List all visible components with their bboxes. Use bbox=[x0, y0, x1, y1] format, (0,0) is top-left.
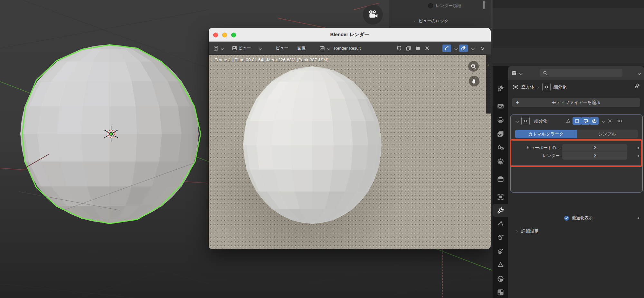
filter-chevron-icon[interactable] bbox=[637, 71, 640, 75]
fake-user-button[interactable] bbox=[396, 45, 402, 51]
show-in-render-toggle[interactable] bbox=[590, 117, 599, 125]
optimal-display-label: 最適化表示 bbox=[572, 215, 593, 221]
chevron-left-icon bbox=[486, 63, 490, 67]
viewport-levels-value[interactable]: 2 bbox=[562, 144, 627, 152]
chevron-down-icon bbox=[258, 46, 261, 50]
render-window-titlebar[interactable]: Blender レンダー bbox=[209, 28, 491, 42]
render-window[interactable]: Blender レンダー ビュー ビュー 画像 Render Result bbox=[209, 28, 491, 249]
menu-view[interactable]: ビュー bbox=[276, 45, 289, 51]
constraints-icon bbox=[497, 247, 504, 255]
scene-icon bbox=[497, 144, 504, 151]
pin-icon[interactable] bbox=[634, 83, 640, 89]
chevron-down-icon bbox=[453, 46, 457, 50]
camera-view-gizmo[interactable] bbox=[363, 5, 383, 25]
modifier-name-field[interactable]: 細分化 bbox=[534, 118, 564, 124]
chevron-right-icon bbox=[515, 230, 519, 233]
world-icon bbox=[497, 158, 504, 165]
tab-texture-properties[interactable] bbox=[493, 286, 508, 298]
datablock-name: Render Result bbox=[334, 46, 361, 51]
breadcrumb-separator: › bbox=[537, 85, 539, 90]
folder-icon bbox=[415, 45, 421, 51]
properties-tab-strip bbox=[493, 66, 508, 298]
search-input[interactable] bbox=[540, 69, 622, 77]
breadcrumb-modifier[interactable]: 細分化 bbox=[554, 84, 567, 90]
tab-object-data-properties[interactable] bbox=[493, 258, 508, 271]
editor-type-button[interactable] bbox=[213, 45, 223, 51]
tab-constraints-properties[interactable] bbox=[493, 244, 508, 257]
chevron-down-icon[interactable] bbox=[518, 71, 522, 75]
decorator-dot[interactable] bbox=[638, 155, 639, 157]
unlink-image-button[interactable] bbox=[424, 45, 430, 51]
image-datablock-selector[interactable] bbox=[319, 45, 329, 51]
tab-render-properties[interactable] bbox=[493, 100, 508, 113]
close-window-button[interactable] bbox=[213, 33, 218, 37]
overlays-toggle[interactable] bbox=[459, 45, 468, 52]
render-levels-value[interactable]: 2 bbox=[562, 152, 627, 160]
optimal-display-checkbox[interactable] bbox=[564, 216, 569, 221]
collapsed-sidebar-strip[interactable] bbox=[486, 55, 491, 114]
decorator-dot[interactable] bbox=[638, 217, 639, 219]
tab-object-properties[interactable] bbox=[493, 190, 508, 203]
properties-header bbox=[508, 66, 644, 80]
drag-handle[interactable] bbox=[617, 119, 622, 123]
tab-tool-properties[interactable] bbox=[493, 82, 508, 95]
sidebar-scrollbar[interactable] bbox=[483, 1, 485, 9]
tab-world-properties[interactable] bbox=[493, 155, 508, 168]
modifier-extras-chevron-icon[interactable] bbox=[601, 119, 605, 123]
open-image-button[interactable] bbox=[415, 45, 421, 51]
monitor-icon bbox=[583, 118, 588, 124]
tool-icon bbox=[497, 85, 504, 92]
gizmo-icon bbox=[444, 45, 450, 51]
advanced-section[interactable]: 詳細設定 bbox=[515, 228, 539, 234]
expand-chevron-icon[interactable] bbox=[515, 119, 518, 123]
object-icon bbox=[497, 193, 504, 201]
output-icon bbox=[497, 116, 504, 124]
tab-physics-properties[interactable] bbox=[493, 231, 508, 244]
menu-image[interactable]: 画像 bbox=[298, 45, 306, 51]
render-levels-label: レンダー bbox=[511, 153, 560, 159]
gizmos-toggle[interactable] bbox=[442, 45, 451, 52]
breadcrumb-object[interactable]: 立方体 bbox=[521, 84, 535, 90]
tab-catmull-clark[interactable]: カトマルクラーク bbox=[515, 130, 577, 138]
tab-collection-properties[interactable] bbox=[493, 173, 508, 185]
collection-icon bbox=[497, 175, 504, 183]
tab-material-properties[interactable] bbox=[493, 272, 508, 285]
tab-output-properties[interactable] bbox=[493, 114, 508, 126]
minimize-window-button[interactable] bbox=[222, 33, 227, 37]
new-image-button[interactable] bbox=[406, 45, 411, 51]
chevron-down-icon bbox=[412, 19, 416, 23]
decorator-dot[interactable] bbox=[638, 147, 639, 149]
object-data-icon bbox=[497, 261, 504, 268]
properties-editor-icon[interactable] bbox=[511, 70, 517, 76]
camera-icon bbox=[592, 118, 597, 124]
show-on-cage-toggle[interactable] bbox=[564, 117, 573, 125]
tab-scene-properties[interactable] bbox=[493, 141, 508, 154]
truncated-label: S bbox=[481, 46, 484, 51]
tab-view-layer-properties[interactable] bbox=[493, 127, 508, 140]
render-region-checkbox[interactable] bbox=[428, 3, 433, 8]
search-icon bbox=[543, 70, 548, 76]
viewport-sidebar-panel: レンダー領域 ビューのロック bbox=[389, 0, 491, 28]
subdivision-type-tabs: カトマルクラーク シンプル bbox=[515, 130, 638, 138]
show-in-editmode-toggle[interactable] bbox=[573, 117, 581, 125]
background-window-area bbox=[493, 0, 644, 66]
tab-modifier-properties[interactable] bbox=[493, 204, 508, 217]
tab-particles-properties[interactable] bbox=[493, 217, 508, 230]
zoom-window-button[interactable] bbox=[231, 33, 236, 37]
render-region-row[interactable]: レンダー領域 bbox=[428, 3, 461, 9]
pan-gizmo[interactable] bbox=[469, 76, 479, 86]
properties-editor: 立方体 › 細分化 + モディファイアーを追加 細分化 カトマルクラーク シンプ… bbox=[508, 66, 644, 298]
modifier-icon bbox=[497, 207, 504, 214]
display-mode-dropdown[interactable]: ビュー bbox=[232, 45, 251, 51]
display-mode-label: ビュー bbox=[238, 45, 251, 51]
delete-modifier-button[interactable] bbox=[605, 117, 614, 125]
editmode-icon bbox=[574, 118, 580, 124]
show-in-viewport-toggle[interactable] bbox=[581, 117, 590, 125]
render-result-image[interactable]: Frame:1 | Time:00:01.64 | Mem:226.68M (P… bbox=[209, 55, 491, 249]
zoom-gizmo[interactable] bbox=[468, 61, 479, 72]
view-lock-section[interactable]: ビューのロック bbox=[412, 18, 449, 24]
add-modifier-button[interactable]: + モディファイアーを追加 bbox=[512, 98, 640, 107]
tab-simple[interactable]: シンプル bbox=[577, 130, 638, 138]
image-editor-header: ビュー ビュー 画像 Render Result S bbox=[209, 42, 491, 55]
overlay-icon bbox=[461, 45, 466, 51]
